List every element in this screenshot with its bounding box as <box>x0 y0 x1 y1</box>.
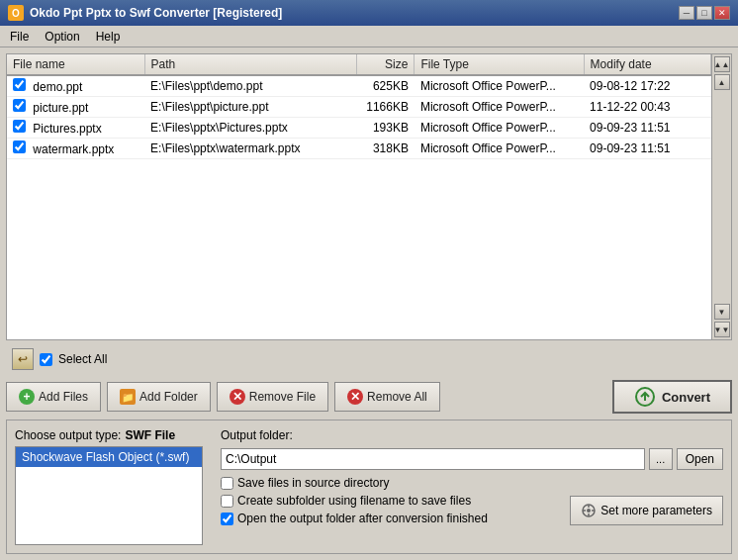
folder-browse-button[interactable]: ... <box>649 448 673 470</box>
file-path-cell: E:\Files\ppt\picture.ppt <box>144 97 356 118</box>
folder-open-button[interactable]: Open <box>677 448 723 470</box>
select-all-checkbox[interactable] <box>40 353 52 366</box>
menu-option[interactable]: Option <box>39 28 85 46</box>
file-size-cell: 1166KB <box>356 97 415 118</box>
scroll-up-button[interactable]: ▲ <box>714 74 730 90</box>
file-type-cell: Microsoft Office PowerP... <box>415 139 584 159</box>
title-bar: O Okdo Ppt Pptx to Swf Converter [Regist… <box>0 0 738 26</box>
set-more-params-button[interactable]: Set more parameters <box>570 496 723 525</box>
file-path-cell: E:\Files\pptx\watermark.pptx <box>144 139 356 159</box>
checkbox-params-row: Save files in source directory Create su… <box>221 476 723 525</box>
file-name-cell: watermark.pptx <box>7 139 144 159</box>
params-icon <box>581 503 597 518</box>
file-type-cell: Microsoft Office PowerP... <box>415 118 584 139</box>
output-type-listbox[interactable]: Shockwave Flash Object (*.swf) <box>15 446 203 545</box>
open-output-label: Open the output folder after conversion … <box>237 512 488 525</box>
convert-button[interactable]: Convert <box>612 380 732 414</box>
output-folder-section: Output folder: ... Open Save files in so… <box>221 428 723 545</box>
file-date-cell: 09-09-23 11:51 <box>584 118 710 139</box>
table-row[interactable]: Pictures.pptx E:\Files\pptx\Pictures.ppt… <box>7 118 711 139</box>
table-row[interactable]: demo.ppt E:\Files\ppt\demo.ppt 625KB Mic… <box>7 75 711 97</box>
output-type-value: SWF File <box>125 428 175 442</box>
remove-all-button[interactable]: ✕ Remove All <box>334 382 440 412</box>
select-all-row: ↩ Select All <box>6 344 732 374</box>
app-title: Okdo Ppt Pptx to Swf Converter [Register… <box>30 6 282 20</box>
file-size-cell: 318KB <box>356 139 415 159</box>
back-button[interactable]: ↩ <box>12 348 34 370</box>
add-files-button[interactable]: + Add Files <box>6 382 101 412</box>
table-row[interactable]: picture.ppt E:\Files\ppt\picture.ppt 116… <box>7 97 711 118</box>
file-table-container: File name Path Size File Type Modify dat… <box>7 54 711 339</box>
scroll-down-button[interactable]: ▼ <box>714 304 730 320</box>
svg-point-2 <box>587 509 591 513</box>
col-header-type: File Type <box>415 54 584 75</box>
col-header-path: Path <box>144 54 356 75</box>
scroll-top-button[interactable]: ▲▲ <box>714 56 730 72</box>
create-subfolder-row: Create subfolder using filename to save … <box>221 494 488 508</box>
bottom-section: Choose output type: SWF File Shockwave F… <box>6 420 732 554</box>
row-checkbox-3[interactable] <box>13 140 26 153</box>
close-button[interactable]: ✕ <box>714 6 730 20</box>
file-name-cell: Pictures.pptx <box>7 118 144 139</box>
output-type-section: Choose output type: SWF File Shockwave F… <box>15 428 213 545</box>
menu-help[interactable]: Help <box>90 28 127 46</box>
file-name-cell: picture.ppt <box>7 97 144 118</box>
remove-file-icon: ✕ <box>230 389 245 405</box>
file-size-cell: 193KB <box>356 118 415 139</box>
add-folder-button[interactable]: 📁 Add Folder <box>107 382 211 412</box>
file-list-section: File name Path Size File Type Modify dat… <box>6 53 732 340</box>
add-files-icon: + <box>19 389 35 405</box>
folder-input-row: ... Open <box>221 448 723 470</box>
output-type-option-swf[interactable]: Shockwave Flash Object (*.swf) <box>16 447 202 467</box>
menu-bar: File Option Help <box>0 26 738 47</box>
file-date-cell: 09-09-23 11:51 <box>584 139 710 159</box>
minimize-button[interactable]: ─ <box>679 6 694 20</box>
save-source-row: Save files in source directory <box>221 476 488 490</box>
row-checkbox-0[interactable] <box>13 78 26 91</box>
add-folder-icon: 📁 <box>120 389 136 405</box>
create-subfolder-label: Create subfolder using filename to save … <box>237 494 471 508</box>
create-subfolder-checkbox[interactable] <box>221 495 233 508</box>
open-output-row: Open the output folder after conversion … <box>221 512 488 525</box>
col-header-name: File name <box>7 54 144 75</box>
remove-file-button[interactable]: ✕ Remove File <box>217 382 328 412</box>
row-checkbox-2[interactable] <box>13 120 26 133</box>
output-folder-label: Output folder: <box>221 428 723 442</box>
open-output-checkbox[interactable] <box>221 513 233 525</box>
file-type-cell: Microsoft Office PowerP... <box>415 97 584 118</box>
list-scrollbar: ▲▲ ▲ ▼ ▼▼ <box>711 54 731 339</box>
buttons-row: + Add Files 📁 Add Folder ✕ Remove File ✕… <box>6 378 732 416</box>
menu-file[interactable]: File <box>4 28 35 46</box>
convert-icon <box>634 386 656 408</box>
app-icon: O <box>8 5 24 21</box>
output-type-label: Choose output type: <box>15 428 121 442</box>
file-size-cell: 625KB <box>356 75 415 97</box>
row-checkbox-1[interactable] <box>13 99 26 112</box>
title-controls: ─ □ ✕ <box>679 6 730 20</box>
col-header-date: Modify date <box>584 54 710 75</box>
maximize-button[interactable]: □ <box>696 6 712 20</box>
file-path-cell: E:\Files\pptx\Pictures.pptx <box>144 118 356 139</box>
col-header-size: Size <box>356 54 415 75</box>
output-folder-input[interactable] <box>221 448 645 470</box>
file-name-cell: demo.ppt <box>7 75 144 97</box>
output-type-label-row: Choose output type: SWF File <box>15 428 213 442</box>
remove-all-icon: ✕ <box>347 389 363 405</box>
title-bar-left: O Okdo Ppt Pptx to Swf Converter [Regist… <box>8 5 282 21</box>
scroll-bottom-button[interactable]: ▼▼ <box>714 322 730 337</box>
file-path-cell: E:\Files\ppt\demo.ppt <box>144 75 356 97</box>
file-type-cell: Microsoft Office PowerP... <box>415 75 584 97</box>
file-date-cell: 11-12-22 00:43 <box>584 97 710 118</box>
checkboxes-col: Save files in source directory Create su… <box>221 476 488 525</box>
file-table: File name Path Size File Type Modify dat… <box>7 54 711 159</box>
table-row[interactable]: watermark.pptx E:\Files\pptx\watermark.p… <box>7 139 711 159</box>
select-all-label: Select All <box>58 352 107 366</box>
file-date-cell: 09-08-12 17:22 <box>584 75 710 97</box>
save-source-label: Save files in source directory <box>237 476 389 490</box>
save-source-checkbox[interactable] <box>221 477 233 490</box>
main-container: File name Path Size File Type Modify dat… <box>0 47 738 560</box>
